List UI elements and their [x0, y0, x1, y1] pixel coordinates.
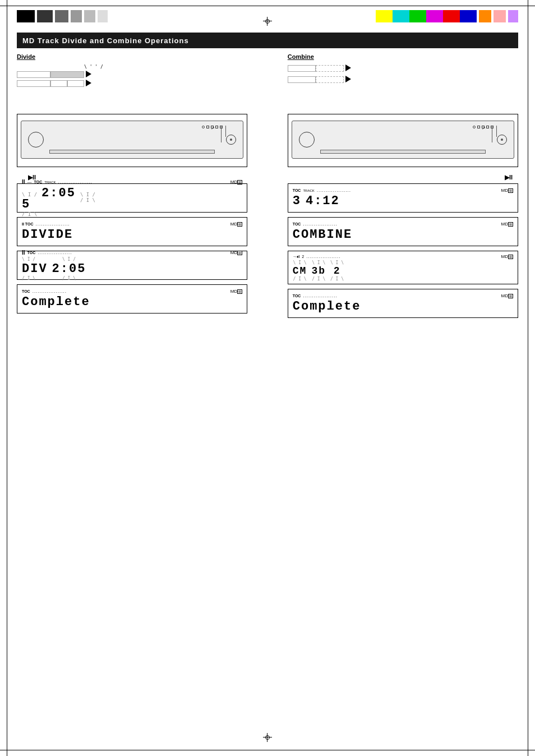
combine-text: COMBINE [293, 228, 352, 242]
combine-device: ↗ [292, 118, 514, 163]
complete-text-left: Complete [22, 295, 90, 309]
md-badge-c2: MD⊞ [501, 222, 513, 227]
complete-text-right: Complete [293, 299, 361, 314]
border-bottom [0, 750, 535, 750]
div-text: DIV [22, 262, 48, 276]
2-slash-bot: / I \ [330, 276, 344, 282]
md-badge-2: MD⊞ [230, 222, 242, 227]
tape-slot [49, 150, 215, 154]
combine-play-label: ▶II [288, 174, 518, 181]
dots-1: ................... [58, 179, 93, 185]
dots-c1: ................... [317, 188, 351, 193]
time-display-3: 2:05 [52, 262, 86, 276]
toc-label-3: TOC [27, 251, 36, 255]
time-display-1: 2:05 [41, 186, 76, 200]
div-slash-top: \ I / [22, 257, 48, 262]
dots-2: ................... [35, 222, 70, 227]
header-bar: MD Track Divide and Combine Operations [17, 33, 518, 48]
divide-text: DIVIDE [22, 228, 73, 242]
divide-track-row-2 [17, 80, 247, 87]
device-circle-r [299, 132, 315, 147]
divide-lcd-complete: TOC ................... MD⊞ Complete [17, 284, 247, 314]
arrow-icon [86, 71, 91, 77]
line-2 [225, 126, 226, 137]
3b-slash-top: \ I \ [311, 260, 326, 265]
toc-label-4: TOC [22, 289, 30, 293]
line-1 [221, 126, 222, 142]
md-badge-c4: MD⊞ [501, 293, 513, 298]
jog-dial [226, 135, 236, 145]
tape-slot-r [320, 150, 486, 154]
rbtn-4 [486, 126, 489, 128]
dots-4: ................... [33, 289, 67, 294]
toc-label-c2: TOC [293, 222, 301, 226]
toc-label-c1: TOC [293, 188, 301, 192]
toc-label-c4: TOC [293, 294, 301, 298]
toc-label-c3: →♦I [293, 255, 300, 259]
device-body-right: ↗ [292, 121, 514, 159]
slash-bot: / I \ [22, 211, 37, 217]
track-label-c1: TRACK [303, 189, 314, 192]
main-content: Divide \ ' ' / [17, 53, 518, 745]
2-text: 2 [330, 265, 344, 276]
rbtn-1 [473, 126, 476, 128]
combine-track-row-1 [288, 64, 518, 72]
jog-center-r [501, 139, 503, 141]
device-circle [28, 132, 44, 147]
jog-dial-r [497, 135, 507, 145]
device-arrows: ↗ [211, 126, 215, 131]
divide-label: Divide [17, 53, 247, 60]
divide-section: Divide \ ' ' / [17, 53, 247, 318]
divide-device: ↗ [21, 118, 243, 163]
track-num-c1: 3 [293, 194, 301, 208]
time-slash-bot: / I \ [62, 276, 76, 281]
md-badge-1: MD⊞ [230, 179, 242, 185]
combine-section: Combine [288, 53, 518, 322]
md-badge-3: MD⊞ [230, 250, 242, 255]
bottom-crosshair [263, 733, 272, 742]
border-top [0, 6, 535, 6]
btn-2 [206, 126, 209, 128]
divide-device-box: ↗ [17, 114, 247, 167]
track-num-1: 5 [22, 197, 37, 211]
time-c1: 4:12 [306, 194, 340, 208]
dots-3: ................... [38, 250, 72, 255]
jog-center [230, 139, 232, 141]
dash: — [27, 179, 32, 185]
toc-label-2: II TOC [22, 222, 33, 226]
slash-right: \ I / / I \ [80, 192, 95, 203]
device-arrows-r: ↗ [482, 126, 486, 131]
3b-slash-bot: / I \ [311, 276, 326, 282]
border-left [7, 0, 7, 756]
combine-arrow-2 [345, 76, 351, 82]
divide-track-diagram: \ ' ' / [17, 64, 247, 109]
divide-lcd-3: II TOC ................... MD⊞ \ I / DIV… [17, 251, 247, 280]
combine-lcd-3: →♦I 2 ................... MD⊞ \ I \ CM /… [288, 251, 518, 284]
track-label-1: TRACK [44, 181, 56, 184]
divide-lcd-2: II TOC ................... MD⊞ DIVIDE [17, 217, 247, 246]
btn-4 [215, 126, 218, 128]
md-badge-c1: MD⊞ [501, 188, 513, 193]
num-c3: 2 [302, 255, 304, 259]
toc-label-1: TOC [34, 180, 43, 184]
combine-lcd-complete: TOC ................... MD⊞ Complete [288, 289, 518, 318]
md-badge-4: MD⊞ [230, 289, 242, 294]
combine-arrow-1 [345, 64, 351, 71]
2-slash-top: \ I \ [330, 260, 344, 265]
md-badge-c3: MD⊞ [501, 254, 513, 259]
top-color-bars-right [376, 10, 518, 22]
dots-c3: ................... [306, 254, 340, 259]
btn-1 [202, 126, 205, 128]
slash-top: \ I / [22, 192, 37, 197]
cm-slash-top: \ I \ [293, 260, 307, 265]
top-crosshair [263, 17, 272, 26]
combine-track-diagram [288, 64, 518, 109]
time-slash-top: \ I / [62, 257, 76, 262]
top-color-bars-left [17, 10, 108, 22]
cm-text: CM [293, 265, 307, 276]
cm-slash-bot: / I \ [293, 276, 307, 282]
dots-c2: ................... [303, 222, 337, 227]
rline-2 [496, 126, 497, 137]
divide-slash-above: \ ' ' / [84, 64, 247, 70]
3b-text: 3b [311, 265, 326, 276]
